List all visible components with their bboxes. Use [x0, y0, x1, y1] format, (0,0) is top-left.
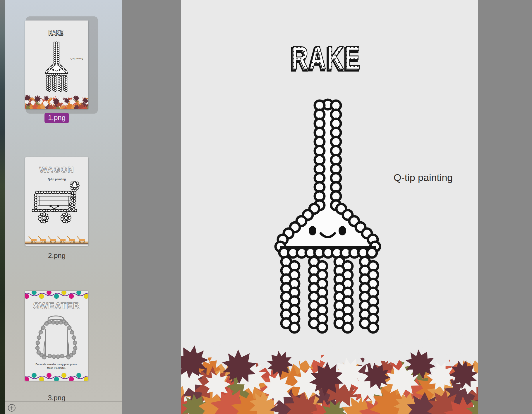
file-label-1[interactable]: 1.png [25, 113, 88, 123]
preview-page-rake: RAKE RAKE Q-tip painting [181, 0, 478, 414]
finder-gallery-window: { "sidebar": { "files": [ { "name": "1.p… [0, 0, 532, 414]
sidebar-item-3png[interactable]: SWEATER Decorate sweater using pom poms.… [25, 291, 88, 381]
sweater-pom-art [35, 316, 78, 360]
plus-circle-icon [8, 404, 16, 412]
file-name-selected[interactable]: 1.png [44, 113, 69, 123]
wagon-subtitle: Q-tip painting [48, 177, 66, 181]
sidebar-footer [5, 401, 122, 414]
worksheet-art: RAKE RAKE Q-tip painting [25, 20, 88, 109]
wagon-title: WAGON [40, 165, 74, 174]
thumbnail-wagon[interactable]: WAGON Q-tip painting [25, 157, 88, 246]
wagon-qtip-art [25, 181, 88, 244]
rake-drawing [276, 100, 380, 333]
worksheet-art: RAKE RAKE Q-tip painting [181, 0, 478, 414]
worksheet-page: RAKE RAKE Q-tip painting [25, 20, 88, 109]
desktop-wallpaper-strip [0, 0, 5, 414]
sweater-caption-1: Decorate sweater using pom poms. [35, 363, 77, 366]
preview-canvas: RAKE RAKE Q-tip painting [122, 0, 532, 414]
add-button[interactable] [8, 404, 16, 412]
sweater-title: SWEATER [33, 301, 80, 311]
sweater-drawing: SWEATER Decorate sweater using pom poms.… [25, 291, 88, 381]
thumbnail-sidebar[interactable]: RAKE RAKE Q-tip painting 1.png WAGON Q-t… [5, 0, 122, 414]
thumbnail-rake[interactable]: RAKE RAKE Q-tip painting [25, 20, 88, 109]
page-subtitle: Q-tip painting [394, 172, 453, 183]
sweater-caption-2: Make it colorful. [47, 367, 66, 369]
page-title: RAKE [291, 40, 361, 76]
autumn-leaves-border [181, 323, 478, 414]
wagon-drawing: WAGON Q-tip painting [25, 157, 88, 246]
rake-drawing [45, 42, 68, 92]
sidebar-item-1png[interactable]: RAKE RAKE Q-tip painting 1.png [25, 20, 88, 109]
file-label-2[interactable]: 2.png [25, 252, 88, 260]
page-subtitle: Q-tip painting [71, 57, 83, 60]
page-title: RAKE [49, 29, 64, 37]
worksheet-page: RAKE RAKE Q-tip painting [181, 0, 478, 414]
sidebar-item-2png[interactable]: WAGON Q-tip painting 2.png [25, 157, 88, 246]
pom-garland-bottom [25, 373, 88, 381]
thumbnail-sweater[interactable]: SWEATER Decorate sweater using pom poms.… [25, 291, 88, 381]
pom-garland-top [25, 291, 88, 299]
autumn-leaves-border [25, 89, 88, 109]
file-label-3[interactable]: 3.png [25, 394, 88, 402]
